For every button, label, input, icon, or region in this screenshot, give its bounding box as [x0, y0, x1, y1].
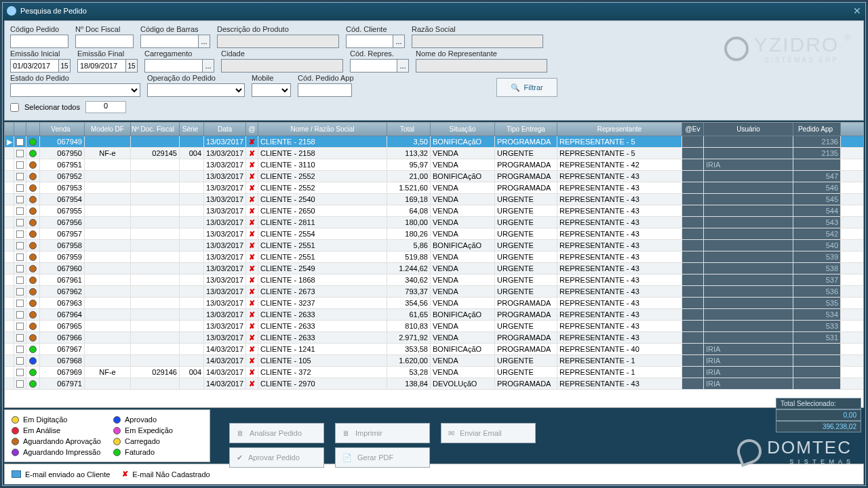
- column-header[interactable]: @: [246, 123, 258, 136]
- logo-icon: [724, 37, 749, 61]
- table-row[interactable]: 067969NF-e02914600414/03/2017✘CLIENTE - …: [5, 367, 863, 378]
- cod-app-input[interactable]: [298, 83, 352, 97]
- calendar-icon[interactable]: 15: [125, 59, 138, 73]
- cod-repres-input[interactable]: [350, 59, 397, 73]
- doc-fiscal-input[interactable]: [75, 35, 134, 48]
- pdf-icon: 📄: [342, 453, 352, 462]
- cod-cliente-input[interactable]: [346, 35, 393, 48]
- label-estado-ped: Estado do Pedido: [10, 74, 140, 82]
- label-cod-app: Cód. Pedido App: [298, 74, 354, 82]
- check-icon: ✔: [237, 453, 243, 462]
- table-row[interactable]: 06796213/03/2017✘CLIENTE - 2673793,37VEN…: [5, 286, 863, 298]
- table-row[interactable]: 06796413/03/2017✘CLIENTE - 263361,65BONI…: [5, 309, 863, 321]
- legend-item: Em Digitação: [12, 415, 101, 424]
- legend-item: Em Análise: [12, 426, 101, 434]
- table-row[interactable]: 06795913/03/2017✘CLIENTE - 2551519,88VEN…: [5, 251, 863, 263]
- column-header[interactable]: Situação: [431, 123, 495, 136]
- column-header[interactable]: Nº Doc. Fiscal: [131, 123, 180, 136]
- table-row[interactable]: 06795813/03/2017✘CLIENTE - 25515,86BONIF…: [5, 240, 863, 251]
- table-row[interactable]: ▶06794913/03/2017✘CLIENTE - 21583,50BONI…: [5, 136, 863, 148]
- table-row[interactable]: 06796313/03/2017✘CLIENTE - 3237354,56VEN…: [5, 298, 863, 309]
- refresh-icon: [7, 6, 16, 16]
- table-row[interactable]: 067950NF-e02914500413/03/2017✘CLIENTE - …: [5, 148, 863, 159]
- table-row[interactable]: 06796613/03/2017✘CLIENTE - 26332.971,92V…: [5, 332, 863, 344]
- mobile-select[interactable]: [252, 83, 291, 97]
- column-header[interactable]: Modelo DF: [85, 123, 131, 136]
- column-header[interactable]: [14, 123, 26, 136]
- emis-fim-input[interactable]: [77, 59, 126, 73]
- table-row[interactable]: 06795413/03/2017✘CLIENTE - 2540169,18VEN…: [5, 194, 863, 205]
- label-razao: Razão Social: [412, 25, 543, 33]
- oper-ped-select[interactable]: [147, 83, 245, 97]
- emis-ini-input[interactable]: [10, 59, 59, 73]
- calendar-icon[interactable]: 15: [58, 59, 71, 73]
- mail-icon: ✉: [448, 429, 454, 438]
- table-row[interactable]: 06796013/03/2017✘CLIENTE - 25491.244,62V…: [5, 263, 863, 274]
- table-row[interactable]: 06796714/03/2017✘CLIENTE - 1241353,58BON…: [5, 344, 863, 355]
- legend-item: Faturado: [113, 448, 203, 456]
- column-header[interactable]: Série: [180, 123, 204, 136]
- filter-button[interactable]: 🔍Filtrar: [496, 78, 557, 97]
- label-mobile: Mobile: [252, 74, 291, 82]
- nome-rep-input[interactable]: [416, 59, 547, 73]
- status-legend: Em DigitaçãoAprovadoEm AnáliseEm Expediç…: [4, 409, 210, 462]
- legend-item: Carregado: [113, 437, 203, 445]
- column-header[interactable]: Nome / Razão Social: [258, 123, 387, 136]
- desc-prod-input[interactable]: [217, 35, 339, 48]
- search-icon: 🔍: [511, 83, 520, 92]
- x-icon: ✘: [122, 470, 128, 479]
- aprovar-button[interactable]: ✔Aprovar Pedido: [229, 447, 324, 468]
- column-header[interactable]: [26, 123, 40, 136]
- label-carreg: Carregamento: [144, 49, 214, 58]
- analisar-button[interactable]: 🗎Analisar Pedido: [229, 423, 324, 443]
- label-cidade: Cidade: [221, 49, 343, 58]
- grid-body[interactable]: ▶06794913/03/2017✘CLIENTE - 21583,50BONI…: [5, 136, 863, 407]
- window-title: Pesquisa de Pedido: [20, 7, 87, 15]
- column-header[interactable]: Data: [204, 123, 246, 136]
- cidade-input[interactable]: [221, 59, 343, 73]
- table-row[interactable]: 06796113/03/2017✘CLIENTE - 1868340,62VEN…: [5, 274, 863, 286]
- email-button[interactable]: ✉Enviar Email: [441, 423, 536, 443]
- table-row[interactable]: 06795113/03/2017✘CLIENTE - 311095,97VEND…: [5, 159, 863, 171]
- label-emis-ini: Emissão Inicial: [10, 49, 71, 58]
- label-cod-pedido: Código Pedido: [10, 25, 68, 33]
- logo-icon: [734, 435, 765, 466]
- cod-barras-input[interactable]: [140, 35, 199, 48]
- column-header[interactable]: Venda: [40, 123, 85, 136]
- column-header[interactable]: Tipo Entrega: [495, 123, 557, 136]
- brand-domtec: DOMTECS I S T E M A S: [737, 437, 852, 465]
- table-row[interactable]: 06795213/03/2017✘CLIENTE - 255221,00BONI…: [5, 171, 863, 182]
- table-row[interactable]: 06795513/03/2017✘CLIENTE - 265064,08VEND…: [5, 205, 863, 217]
- column-header[interactable]: Representante: [557, 123, 682, 136]
- carreg-lookup[interactable]: ...: [202, 59, 214, 73]
- table-row[interactable]: 06797114/03/2017✘CLIENTE - 2970138,84DEV…: [5, 378, 863, 390]
- select-all-checkbox[interactable]: [10, 103, 19, 112]
- cod-pedido-input[interactable]: [10, 35, 68, 48]
- brand-yzidro: YZIDROSISTEMAS ERP ®: [724, 33, 852, 64]
- column-header[interactable]: @Ev: [682, 123, 704, 136]
- label-nome-rep: Nome do Representante: [416, 49, 547, 58]
- totals-panel: Total Selecionado: 0,00 396.238,02: [776, 398, 861, 432]
- column-header[interactable]: [5, 123, 14, 136]
- carreg-input[interactable]: [144, 59, 203, 73]
- cod-barras-lookup[interactable]: ...: [198, 35, 210, 48]
- table-row[interactable]: 06795713/03/2017✘CLIENTE - 2554180,26VEN…: [5, 228, 863, 240]
- close-icon[interactable]: ✕: [853, 5, 861, 16]
- label-cod-cliente: Cód. Cliente: [346, 25, 405, 33]
- imprimir-button[interactable]: 🗎Imprimir: [335, 423, 430, 443]
- pdf-button[interactable]: 📄Gerar PDF: [335, 447, 430, 468]
- razao-input[interactable]: [412, 35, 543, 48]
- column-header[interactable]: Total: [387, 123, 431, 136]
- cod-repres-lookup[interactable]: ...: [397, 59, 409, 73]
- estado-ped-select[interactable]: [10, 83, 140, 97]
- column-header[interactable]: Usuário: [704, 123, 793, 136]
- table-row[interactable]: 06795613/03/2017✘CLIENTE - 2811180,00VEN…: [5, 217, 863, 228]
- cod-cliente-lookup[interactable]: ...: [393, 35, 405, 48]
- legend-item: Aguardando Aprovação: [12, 437, 101, 445]
- label-cod-barras: Código de Barras: [140, 25, 210, 33]
- table-row[interactable]: 06795313/03/2017✘CLIENTE - 25521.521,60V…: [5, 182, 863, 194]
- table-row[interactable]: 06796814/03/2017✘CLIENTE - 1051.620,00VE…: [5, 355, 863, 367]
- table-row[interactable]: 06796513/03/2017✘CLIENTE - 2633810,83VEN…: [5, 321, 863, 332]
- column-header[interactable]: Pedido App: [793, 123, 841, 136]
- label-oper-ped: Operação do Pedido: [147, 74, 245, 82]
